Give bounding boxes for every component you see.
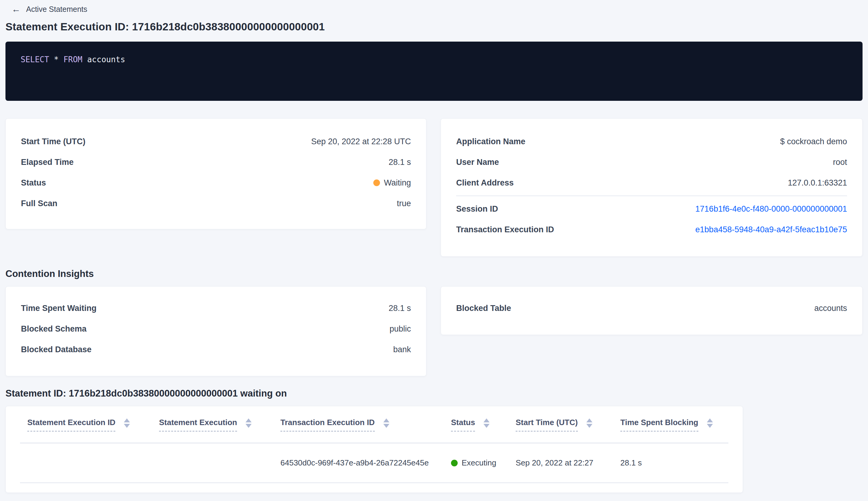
overview-card-left: Start Time (UTC) Sep 20, 2022 at 22:28 U… [6,118,426,229]
column-header-label: Transaction Execution ID [280,418,375,431]
sort-asc-icon [383,418,389,422]
column-header-label: Start Time (UTC) [516,418,578,431]
info-row-start-time: Start Time (UTC) Sep 20, 2022 at 22:28 U… [21,131,411,152]
info-row-status: Status Waiting [21,172,411,193]
info-row-session-id: Session ID 1716b1f6-4e0c-f480-0000-00000… [456,199,847,219]
cell-transaction-execution-id: 64530d0c-969f-437e-a9b4-26a72245e45e [273,458,444,468]
info-value: bank [393,345,411,354]
info-row-blocked-schema: Blocked Schema public [21,319,411,339]
cell-time-spent-blocking: 28.1 s [613,458,715,468]
status-label: Executing [462,458,496,468]
sort-asc-icon [246,418,252,422]
cell-start-time: Sep 20, 2022 at 22:27 [508,458,613,468]
sql-statement-box: SELECT * FROM accounts [6,42,862,101]
section-heading-waiting-on: Statement ID: 1716b218dc0b38380000000000… [6,388,287,399]
sql-keyword: SELECT [21,55,49,64]
info-value: 28.1 s [389,303,411,313]
info-row-time-spent-waiting: Time Spent Waiting 28.1 s [21,298,411,319]
info-value: accounts [814,303,847,313]
info-row-blocked-table: Blocked Table accounts [456,298,847,319]
sort-desc-icon [124,424,130,428]
table-header-row: Statement Execution ID Statement Executi… [20,406,728,443]
back-link[interactable]: ← Active Statements [12,4,87,14]
sort-arrows-icon[interactable] [707,418,713,428]
info-value: Sep 20, 2022 at 22:28 UTC [311,137,411,146]
sort-arrows-icon[interactable] [246,418,252,428]
sort-asc-icon [707,418,713,422]
status-badge: Waiting [373,178,411,188]
info-label: Start Time (UTC) [21,137,86,146]
sort-arrows-icon[interactable] [124,418,130,428]
sort-desc-icon [586,424,593,428]
info-label: User Name [456,158,499,167]
waiting-status-dot-icon [373,180,380,186]
card-divider [456,195,847,196]
info-value: true [397,199,411,208]
table-row: 64530d0c-969f-437e-a9b4-26a72245e45e Exe… [20,443,728,483]
info-value: 127.0.0.1:63321 [788,178,847,188]
info-label: Application Name [456,137,525,146]
column-header-label: Statement Execution [159,418,237,431]
sort-desc-icon [707,424,713,428]
info-row-blocked-database: Blocked Database bank [21,339,411,360]
info-row-full-scan: Full Scan true [21,193,411,214]
info-label: Blocked Database [21,345,92,354]
info-row-elapsed-time: Elapsed Time 28.1 s [21,152,411,172]
info-row-application-name: Application Name $ cockroach demo [456,131,847,152]
info-row-client-address: Client Address 127.0.0.1:63321 [456,172,847,193]
column-header-transaction-execution-id[interactable]: Transaction Execution ID [273,418,444,431]
cell-status: Executing [444,458,508,468]
sort-arrows-icon[interactable] [484,418,490,428]
section-heading-contention-insights: Contention Insights [6,268,94,280]
status-label: Waiting [384,178,411,188]
info-row-transaction-execution-id: Transaction Execution ID e1bba458-5948-4… [456,219,847,240]
overview-card-right: Application Name $ cockroach demo User N… [441,118,862,257]
column-header-label: Statement Execution ID [27,418,115,431]
column-header-statement-execution-id[interactable]: Statement Execution ID [20,418,152,431]
info-value: $ cockroach demo [780,137,847,146]
info-label: Elapsed Time [21,158,74,167]
column-header-label: Status [451,418,475,431]
back-link-label: Active Statements [26,5,87,14]
page-title: Statement Execution ID: 1716b218dc0b3838… [6,21,325,33]
sort-asc-icon [484,418,490,422]
sql-text: accounts [83,55,125,64]
sort-desc-icon [246,424,252,428]
column-header-start-time[interactable]: Start Time (UTC) [508,418,613,431]
sql-text: * [49,55,63,64]
sort-desc-icon [383,424,389,428]
contention-card-left: Time Spent Waiting 28.1 s Blocked Schema… [6,286,426,376]
column-header-label: Time Spent Blocking [620,418,698,431]
sort-asc-icon [586,418,593,422]
sql-keyword: FROM [63,55,83,64]
info-label: Blocked Schema [21,324,87,334]
column-header-time-spent-blocking[interactable]: Time Spent Blocking [613,418,715,431]
info-value: root [833,158,847,167]
column-header-status[interactable]: Status [444,418,508,431]
sql-statement: SELECT * FROM accounts [21,55,847,64]
info-label: Blocked Table [456,303,511,313]
info-label: Time Spent Waiting [21,303,97,313]
info-label: Session ID [456,204,498,214]
info-row-user-name: User Name root [456,152,847,172]
info-label: Transaction Execution ID [456,225,554,234]
info-value: public [389,324,411,334]
info-label: Status [21,178,46,188]
transaction-execution-id-link[interactable]: e1bba458-5948-40a9-a42f-5feac1b10e75 [695,225,847,234]
contention-card-right: Blocked Table accounts [441,286,862,335]
info-label: Client Address [456,178,514,188]
sort-arrows-icon[interactable] [383,418,389,428]
waiting-statements-table: Statement Execution ID Statement Executi… [6,406,743,493]
info-value: 28.1 s [389,158,411,167]
sort-asc-icon [124,418,130,422]
sort-arrows-icon[interactable] [586,418,593,428]
executing-status-dot-icon [451,460,458,466]
sort-desc-icon [484,424,490,428]
info-label: Full Scan [21,199,57,208]
session-id-link[interactable]: 1716b1f6-4e0c-f480-0000-000000000001 [695,204,847,214]
column-header-statement-execution[interactable]: Statement Execution [152,418,273,431]
back-arrow-icon: ← [12,4,21,14]
